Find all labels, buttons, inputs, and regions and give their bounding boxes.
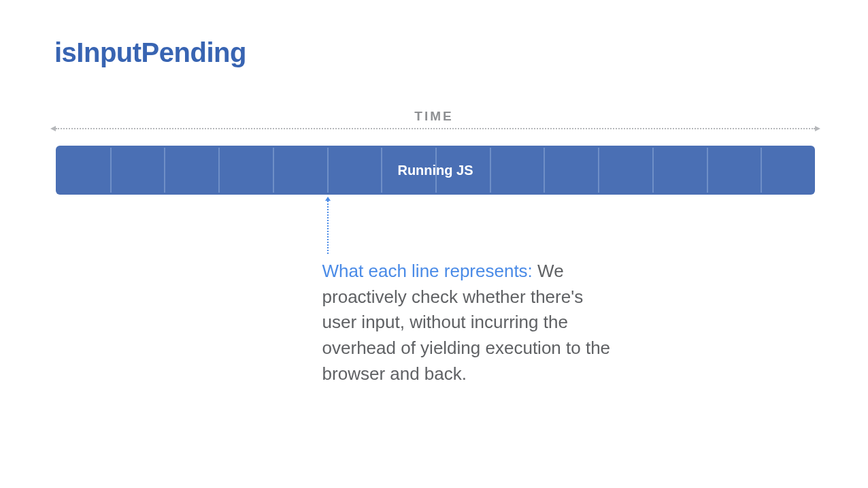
timeline-segment-divider [761,148,762,193]
timeline-axis-arrow [56,128,815,129]
timeline-segment-divider [490,148,491,193]
timeline-segment-divider [327,148,329,193]
timeline-segment-divider [110,148,112,193]
timeline-segment-divider [218,148,220,193]
timeline-segment-divider [707,148,708,193]
annotation-block: What each line represents: We proactivel… [322,259,622,387]
timeline-segment-divider [544,148,545,193]
timeline-bar: Running JS [56,146,815,195]
timeline-axis-label: TIME [414,109,453,124]
annotation-heading: What each line represents: [322,261,533,281]
page-title: isInputPending [54,37,246,68]
timeline-segment-divider [164,148,165,193]
timeline-segment-divider [273,148,274,193]
timeline-segment-divider [652,148,654,193]
timeline-segment-divider [381,148,382,193]
timeline-bar-label: Running JS [397,163,473,178]
annotation-pointer-line [327,201,329,254]
timeline-segment-divider [598,148,599,193]
